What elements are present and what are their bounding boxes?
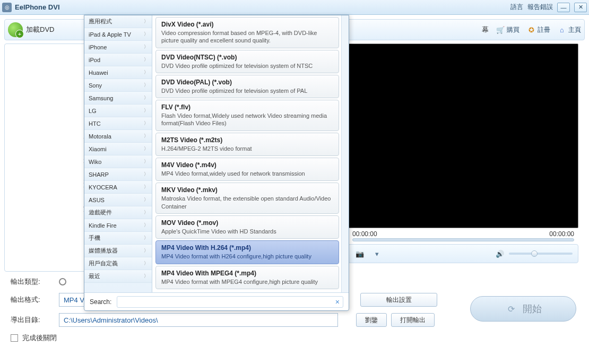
chevron-right-icon: 〉	[144, 273, 149, 280]
camera-icon[interactable]: 📷	[354, 248, 366, 259]
format-item[interactable]: M4V Video (*.m4v)MP4 Video format,widely…	[155, 158, 339, 181]
device-item[interactable]: Xiaomi〉	[84, 143, 152, 155]
device-item[interactable]: Motorala〉	[84, 130, 152, 143]
format-item[interactable]: MP4 Video With H.264 (*.mp4)MP4 Video fo…	[155, 240, 339, 264]
device-item[interactable]: 手機〉	[84, 232, 152, 245]
output-format-label: 輸出格式:	[4, 295, 55, 305]
format-picker-popup: 應用程式〉iPad & Apple TV〉iPhone〉iPod〉Huawei〉…	[84, 15, 349, 311]
device-item[interactable]: KYOCERA〉	[84, 181, 152, 194]
export-dir-label: 導出目錄:	[4, 315, 55, 325]
format-title: DVD Video(NTSC) (*.vob)	[161, 54, 333, 61]
format-item[interactable]: MKV Video (*.mkv)Matroska Video format, …	[155, 183, 339, 214]
format-desc: Apple's QuickTime Video with HD Standard…	[161, 228, 333, 235]
time-current: 00:00:00	[352, 230, 377, 238]
chevron-right-icon: 〉	[144, 133, 149, 140]
chevron-right-icon: 〉	[144, 18, 149, 25]
video-preview[interactable]	[348, 44, 578, 228]
home-link[interactable]: ⌂主頁	[558, 25, 581, 34]
register-link[interactable]: ✪註冊	[527, 25, 550, 34]
time-total: 00:00:00	[549, 230, 574, 238]
device-item[interactable]: Samsung〉	[84, 92, 152, 105]
minimize-button[interactable]: —	[557, 3, 570, 12]
cart-icon: 🛒	[496, 25, 505, 34]
format-title: MP4 Video With H.264 (*.mp4)	[161, 244, 333, 252]
device-item[interactable]: 應用程式〉	[84, 15, 152, 28]
volume-slider[interactable]	[509, 253, 573, 255]
output-settings-button[interactable]: 輸出設置	[360, 293, 437, 307]
device-item[interactable]: ASUS〉	[84, 194, 152, 206]
start-button[interactable]: ⟳ 開始	[470, 296, 576, 322]
refresh-icon: ⟳	[505, 302, 517, 315]
titlebar: ◎ EelPhone DVI 語言 報告錯誤 — ✕	[0, 0, 589, 15]
clear-icon[interactable]: ×	[335, 298, 340, 306]
device-item[interactable]: Huawei〉	[84, 66, 152, 79]
browse-button[interactable]: 劉鑒	[356, 313, 387, 327]
playback-progress[interactable]	[352, 238, 574, 241]
preview-panel: 00:00:00 00:00:00 📷 ▾ 🔊	[348, 44, 578, 272]
format-title: DivX Video (*.avi)	[161, 21, 333, 28]
dropdown-icon[interactable]: ▾	[371, 248, 383, 259]
format-item[interactable]: FLV (*.flv)Flash Video format,Widely use…	[155, 100, 339, 131]
chevron-right-icon: 〉	[144, 44, 149, 50]
format-item[interactable]: DVD Video(NTSC) (*.vob)DVD Video profile…	[155, 50, 339, 73]
titlebar-right: 語言 報告錯誤 — ✕	[510, 3, 587, 12]
format-list[interactable]: DivX Video (*.avi)Video compression form…	[152, 15, 349, 292]
scrollbar[interactable]	[341, 15, 349, 292]
chevron-right-icon: 〉	[144, 209, 149, 216]
device-item[interactable]: Sony〉	[84, 79, 152, 92]
volume-icon[interactable]: 🔊	[494, 248, 506, 259]
chevron-right-icon: 〉	[144, 107, 149, 114]
format-desc: Flash Video format,Widely used network V…	[161, 112, 333, 127]
export-dir-field[interactable]	[59, 313, 338, 327]
app-title: EelPhone DVI	[15, 3, 60, 11]
chevron-right-icon: 〉	[144, 82, 149, 89]
chevron-right-icon: 〉	[144, 171, 149, 178]
device-item[interactable]: Wiko〉	[84, 155, 152, 168]
open-output-button[interactable]: 打開輸出	[391, 313, 435, 327]
format-item[interactable]: MP4 Video With MPEG4 (*.mp4)MP4 Video fo…	[155, 266, 339, 289]
format-desc: H.264/MPEG-2 M2TS video format	[161, 145, 333, 152]
language-link[interactable]: 語言	[510, 3, 523, 12]
format-item[interactable]: DivX Video (*.avi)Video compression form…	[155, 17, 339, 48]
device-item[interactable]: SHARP〉	[84, 168, 152, 181]
load-dvd-label: 加載DVD	[26, 25, 54, 34]
device-item[interactable]: iPod〉	[84, 54, 152, 66]
search-input[interactable]: ×	[117, 296, 343, 308]
device-category-list[interactable]: 應用程式〉iPad & Apple TV〉iPhone〉iPod〉Huawei〉…	[84, 15, 152, 292]
app-icon: ◎	[2, 3, 12, 12]
device-item[interactable]: 媒體播放器〉	[84, 245, 152, 257]
search-row: Search: ×	[84, 292, 349, 310]
format-title: M4V Video (*.m4v)	[161, 161, 333, 169]
format-desc: Matroska Video format, the extensible op…	[161, 195, 333, 210]
output-type-radio[interactable]	[59, 278, 66, 285]
chevron-right-icon: 〉	[144, 222, 149, 229]
device-item[interactable]: iPad & Apple TV〉	[84, 28, 152, 41]
device-item[interactable]: Kindle Fire〉	[84, 219, 152, 232]
device-item[interactable]: LG〉	[84, 105, 152, 117]
format-item[interactable]: DVD Video(PAL) (*.vob)DVD Video profile …	[155, 75, 339, 98]
home-icon: ⌂	[558, 25, 566, 34]
device-item[interactable]: HTC〉	[84, 117, 152, 130]
device-item[interactable]: 用戶自定義〉	[84, 257, 152, 270]
screen-label: 幕	[482, 25, 489, 34]
report-bug-link[interactable]: 報告錯誤	[527, 3, 553, 12]
load-dvd-button[interactable]: 加載DVD	[8, 22, 54, 37]
chevron-right-icon: 〉	[144, 196, 149, 203]
format-title: FLV (*.flv)	[161, 103, 333, 111]
device-item[interactable]: iPhone〉	[84, 41, 152, 54]
close-on-done-checkbox[interactable]	[11, 334, 18, 342]
close-on-done-label: 完成後關閉	[22, 333, 57, 343]
format-item[interactable]: MOV Video (*.mov)Apple's QuickTime Video…	[155, 215, 339, 239]
buy-link[interactable]: 🛒購買	[496, 25, 519, 34]
start-label: 開始	[523, 302, 542, 315]
format-title: MOV Video (*.mov)	[161, 219, 333, 227]
disc-plus-icon	[8, 22, 23, 37]
format-item[interactable]: M2TS Video (*.m2ts)H.264/MPEG-2 M2TS vid…	[155, 133, 339, 156]
playback-controls: 📷 ▾ 🔊	[348, 244, 578, 263]
format-desc: MP4 Video format,widely used for network…	[161, 170, 333, 177]
device-item[interactable]: 遊戲硬件〉	[84, 206, 152, 219]
chevron-right-icon: 〉	[144, 247, 149, 254]
device-item[interactable]: 最近〉	[84, 270, 152, 283]
close-button[interactable]: ✕	[574, 3, 587, 12]
volume-thumb[interactable]	[531, 250, 538, 257]
